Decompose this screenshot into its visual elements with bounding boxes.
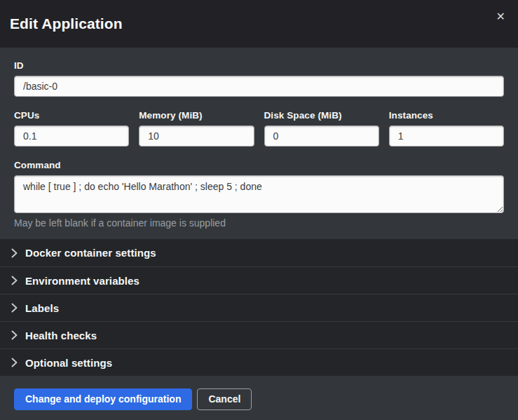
command-label: Command [14, 160, 504, 170]
accordion-sections: Docker container settings Environment va… [0, 239, 518, 376]
cpus-input[interactable] [14, 126, 129, 147]
disk-field-group: Disk Space (MiB) [264, 110, 379, 147]
section-health-checks[interactable]: Health checks [0, 321, 518, 348]
cpus-field-group: CPUs [14, 110, 129, 147]
section-label: Environment variables [25, 275, 139, 287]
cpus-label: CPUs [14, 110, 129, 121]
disk-space-label: Disk Space (MiB) [264, 110, 379, 121]
close-icon[interactable]: ✕ [493, 10, 508, 24]
edit-application-dialog: Edit Application ✕ ID CPUs Memory (MiB) … [0, 0, 518, 420]
memory-field-group: Memory (MiB) [139, 110, 254, 147]
section-labels[interactable]: Labels [0, 294, 518, 321]
command-field-group: Command while [ true ] ; do echo 'Hello … [14, 160, 504, 229]
section-optional-settings[interactable]: Optional settings [0, 348, 518, 376]
resource-fields-row: CPUs Memory (MiB) Disk Space (MiB) Insta… [14, 110, 504, 147]
command-textarea[interactable]: while [ true ] ; do echo 'Hello Marathon… [14, 175, 504, 213]
dialog-header: Edit Application ✕ [0, 0, 518, 48]
disk-space-input[interactable] [264, 126, 379, 147]
memory-input[interactable] [139, 126, 254, 147]
application-form: ID CPUs Memory (MiB) Disk Space (MiB) In… [0, 48, 518, 239]
chevron-right-icon [11, 330, 18, 340]
instances-label: Instances [389, 110, 504, 121]
chevron-right-icon [11, 358, 18, 367]
command-help-text: May be left blank if a container image i… [14, 217, 504, 229]
chevron-right-icon [11, 248, 18, 258]
instances-input[interactable] [389, 126, 504, 147]
instances-field-group: Instances [389, 110, 504, 147]
memory-label: Memory (MiB) [139, 110, 254, 121]
id-input[interactable] [14, 76, 504, 97]
id-label: ID [14, 60, 504, 71]
dialog-footer: Change and deploy configuration Cancel [0, 376, 518, 420]
cancel-button[interactable]: Cancel [197, 388, 252, 410]
section-environment-variables[interactable]: Environment variables [0, 266, 518, 294]
chevron-right-icon [11, 276, 18, 285]
section-label: Health checks [25, 330, 97, 341]
section-label: Labels [25, 302, 59, 314]
section-label: Optional settings [25, 357, 112, 369]
change-and-deploy-button[interactable]: Change and deploy configuration [14, 388, 192, 410]
section-label: Docker container settings [25, 247, 156, 259]
section-docker-container-settings[interactable]: Docker container settings [0, 239, 518, 266]
id-field-group: ID [14, 60, 504, 97]
dialog-title: Edit Application [10, 15, 123, 32]
chevron-right-icon [11, 303, 18, 313]
